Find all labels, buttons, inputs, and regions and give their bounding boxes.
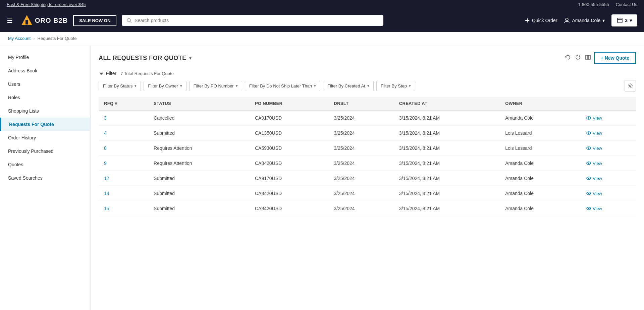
sidebar-item-address-book[interactable]: Address Book	[0, 64, 90, 77]
svg-point-26	[588, 178, 589, 179]
svg-point-28	[588, 193, 589, 194]
svg-rect-8	[618, 18, 622, 23]
cell-actions-2: View	[581, 141, 636, 156]
cell-created-at-6: 3/15/2024, 8:21 AM	[394, 201, 500, 216]
cell-po-number-5: CA8420USD	[250, 186, 328, 201]
filter-status-chevron: ▾	[135, 84, 137, 88]
eye-icon-3	[586, 161, 591, 166]
rfq-link-2[interactable]: 8	[104, 145, 107, 151]
col-header-dnslt: DNSLT	[328, 97, 393, 110]
cell-actions-6: View	[581, 201, 636, 216]
cell-rfq-6: 15	[99, 201, 148, 216]
cell-dnslt-4: 3/25/2024	[328, 171, 393, 186]
table-row: 15 Submitted CA8420USD 3/25/2024 3/15/20…	[99, 201, 636, 216]
phone-link[interactable]: 1-800-555-5555	[578, 2, 609, 7]
cell-po-number-1: CA1350USD	[250, 126, 328, 141]
view-link-5[interactable]: View	[586, 191, 631, 196]
sidebar-item-roles[interactable]: Roles	[0, 91, 90, 104]
rfq-link-6[interactable]: 15	[104, 206, 109, 211]
svg-line-4	[130, 21, 131, 23]
new-quote-button[interactable]: + New Quote	[594, 52, 636, 64]
columns-button[interactable]	[584, 53, 592, 63]
breadcrumb-my-account[interactable]: My Account	[8, 36, 31, 41]
svg-point-16	[630, 85, 631, 87]
table-row: 9 Requires Attention CA8420USD 3/25/2024…	[99, 156, 636, 171]
view-link-1[interactable]: View	[586, 130, 631, 136]
svg-rect-11	[587, 55, 589, 59]
table-row: 4 Submitted CA1350USD 3/25/2024 3/15/202…	[99, 126, 636, 141]
filter-po-number-dropdown[interactable]: Filter By PO Number ▾	[189, 81, 242, 91]
filter-created-at-dropdown[interactable]: Filter By Created At ▾	[323, 81, 374, 91]
cell-po-number-6: CA8420USD	[250, 201, 328, 216]
title-dropdown-icon[interactable]: ▾	[189, 55, 192, 61]
eye-icon-1	[586, 130, 591, 136]
view-link-4[interactable]: View	[586, 176, 631, 181]
announcement-link[interactable]: Fast & Free Shipping for orders over $45	[7, 2, 86, 7]
sidebar-item-shopping-lists[interactable]: Shopping Lists	[0, 104, 90, 118]
reset-icon	[575, 55, 581, 60]
refresh-button[interactable]	[564, 53, 572, 63]
cart-button[interactable]: 3 ▾	[611, 14, 637, 26]
table-header-row: RFQ # Status PO Number DNSLT Created At …	[99, 97, 636, 110]
sidebar-item-requests-for-quote[interactable]: Requests For Quote	[0, 118, 90, 131]
cell-created-at-5: 3/15/2024, 8:21 AM	[394, 186, 500, 201]
cell-owner-0: Amanda Cole	[500, 110, 581, 126]
cell-owner-4: Amanda Cole	[500, 171, 581, 186]
col-header-rfq: RFQ #	[99, 97, 148, 110]
rfq-link-1[interactable]: 4	[104, 130, 107, 136]
sale-button[interactable]: SALE NOW ON	[73, 15, 116, 26]
rfq-link-4[interactable]: 12	[104, 176, 109, 181]
col-header-actions	[581, 97, 636, 110]
search-input[interactable]	[135, 18, 379, 23]
table-row: 8 Requires Attention CA5930USD 3/25/2024…	[99, 141, 636, 156]
cell-rfq-4: 12	[99, 171, 148, 186]
sidebar-item-my-profile[interactable]: My Profile	[0, 51, 90, 64]
filter-dnslt-dropdown[interactable]: Filter By Do Not Ship Later Than ▾	[245, 81, 321, 91]
sidebar-item-quotes[interactable]: Quotes	[0, 158, 90, 171]
sidebar-item-previously-purchased[interactable]: Previously Purchased	[0, 144, 90, 158]
cell-rfq-1: 4	[99, 126, 148, 141]
page-title: ALL REQUESTS FOR QUOTE	[99, 55, 186, 62]
quick-order-button[interactable]: Quick Order	[525, 18, 557, 23]
cell-rfq-0: 3	[99, 110, 148, 126]
hamburger-icon[interactable]: ☰	[7, 16, 13, 24]
filter-settings-button[interactable]	[625, 80, 636, 91]
filter-button[interactable]: Filter	[99, 71, 116, 76]
sidebar-item-saved-searches[interactable]: Saved Searches	[0, 171, 90, 185]
view-link-2[interactable]: View	[586, 145, 631, 151]
svg-point-7	[566, 18, 568, 21]
filter-status-dropdown[interactable]: Filter By Status ▾	[99, 81, 141, 91]
cell-status-6: Submitted	[148, 201, 250, 216]
sidebar-item-order-history[interactable]: Order History	[0, 131, 90, 144]
table-row: 3 Cancelled CA9170USD 3/25/2024 3/15/202…	[99, 110, 636, 126]
view-link-6[interactable]: View	[586, 206, 631, 211]
view-link-0[interactable]: View	[586, 115, 631, 121]
col-header-owner: Owner	[500, 97, 581, 110]
filter-owner-dropdown[interactable]: Filter By Owner ▾	[144, 81, 186, 91]
search-icon	[126, 18, 132, 23]
eye-icon-5	[586, 191, 591, 196]
rfq-link-3[interactable]: 9	[104, 161, 107, 166]
logo[interactable]: ORO B2B	[21, 14, 68, 26]
cell-owner-5: Amanda Cole	[500, 186, 581, 201]
filter-dropdowns: Filter By Status ▾ Filter By Owner ▾ Fil…	[99, 80, 636, 91]
cell-po-number-0: CA9170USD	[250, 110, 328, 126]
cell-dnslt-2: 3/25/2024	[328, 141, 393, 156]
sidebar-item-users[interactable]: Users	[0, 77, 90, 91]
reset-button[interactable]	[574, 53, 582, 63]
rfq-link-0[interactable]: 3	[104, 115, 107, 121]
logo-text: ORO B2B	[35, 17, 68, 24]
filter-step-dropdown[interactable]: Filter By Step ▾	[376, 81, 415, 91]
cell-status-4: Submitted	[148, 171, 250, 186]
refresh-icon	[565, 55, 571, 60]
user-menu[interactable]: Amanda Cole ▾	[564, 17, 605, 23]
contact-link[interactable]: Contact Us	[616, 2, 637, 7]
eye-icon-6	[586, 206, 591, 211]
svg-point-20	[588, 132, 589, 134]
cell-dnslt-6: 3/25/2024	[328, 201, 393, 216]
cell-po-number-4: CA9170USD	[250, 171, 328, 186]
view-link-3[interactable]: View	[586, 161, 631, 166]
page-header: ALL REQUESTS FOR QUOTE ▾	[99, 52, 636, 64]
rfq-link-5[interactable]: 14	[104, 191, 109, 196]
cell-status-2: Requires Attention	[148, 141, 250, 156]
